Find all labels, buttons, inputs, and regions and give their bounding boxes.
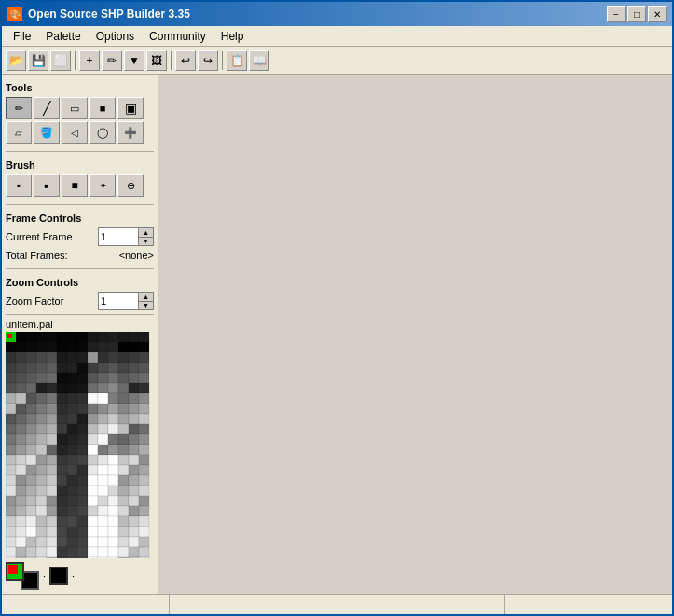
brush-small[interactable]: ■ — [34, 174, 60, 197]
current-frame-arrows: ▲ ▼ — [138, 228, 153, 245]
menu-options[interactable]: Options — [89, 28, 142, 44]
tools-section-title: Tools — [6, 82, 154, 93]
status-panel-3 — [337, 595, 505, 614]
zoom-factor-arrows: ▲ ▼ — [138, 293, 153, 309]
status-panel-2 — [170, 595, 337, 614]
zoom-factor-spinbox[interactable]: ▲ ▼ — [98, 292, 154, 310]
tool-solid-rect[interactable]: ■ — [89, 97, 116, 119]
close-button[interactable]: ✕ — [648, 6, 667, 22]
menu-bar: File Palette Options Community Help — [2, 26, 672, 47]
toolbar-sep-3 — [222, 51, 223, 70]
tool-rect[interactable]: ▭ — [62, 97, 88, 119]
frame-controls-title: Frame Controls — [6, 212, 154, 224]
zoom-factor-input[interactable] — [99, 293, 138, 309]
toolbar-open[interactable]: 📂 — [6, 50, 26, 71]
total-frames-row: Total Frames: <none> — [6, 250, 154, 261]
tool-bucket[interactable]: 🪣 — [34, 121, 60, 144]
tools-grid: ✏ ╱ ▭ ■ ▣ ▱ 🪣 ◁ ◯ ➕ — [6, 97, 154, 144]
tool-eye[interactable]: ◁ — [62, 121, 88, 144]
menu-community[interactable]: Community — [142, 28, 213, 44]
title-bar: 🎨 Open Source SHP Builder 3.35 − □ ✕ — [2, 2, 672, 26]
toolbar-add[interactable]: + — [79, 50, 100, 71]
status-panel-4 — [505, 595, 672, 614]
current-frame-down[interactable]: ▼ — [139, 238, 153, 246]
tool-eraser[interactable]: ▱ — [6, 121, 32, 144]
menu-palette[interactable]: Palette — [38, 28, 88, 44]
current-frame-spinbox[interactable]: ▲ ▼ — [98, 227, 154, 246]
current-frame-input[interactable] — [99, 228, 138, 245]
minimize-button[interactable]: − — [607, 6, 626, 22]
title-buttons: − □ ✕ — [607, 6, 667, 22]
selected-colors: · · — [6, 562, 154, 590]
palette-filename: unitem.pal — [6, 319, 154, 330]
color-selector — [6, 562, 39, 590]
toolbar-sep-1 — [75, 51, 76, 70]
zoom-factor-down[interactable]: ▼ — [139, 302, 153, 310]
palette-canvas[interactable] — [6, 332, 153, 558]
canvas-area[interactable] — [158, 75, 672, 594]
app-icon: 🎨 — [7, 7, 22, 21]
maximize-button[interactable]: □ — [627, 6, 646, 22]
main-area: Tools ✏ ╱ ▭ ■ ▣ ▱ 🪣 ◁ ◯ ➕ Brush ■ ■ — [2, 75, 672, 594]
canvas-inner — [166, 82, 665, 586]
brush-medium[interactable]: ■ — [62, 174, 88, 197]
bg-only-swatch[interactable] — [49, 567, 68, 585]
total-frames-value: <none> — [116, 250, 154, 261]
left-panel: Tools ✏ ╱ ▭ ■ ▣ ▱ 🪣 ◁ ◯ ➕ Brush ■ ■ — [2, 75, 158, 594]
toolbar-paste[interactable]: 📋 — [227, 50, 247, 71]
tools-divider — [6, 151, 154, 152]
brush-special[interactable]: ⊕ — [117, 174, 144, 197]
palette-area[interactable] — [6, 332, 154, 558]
color-separator2: · — [72, 570, 75, 582]
brush-tiny[interactable]: ■ — [6, 174, 32, 197]
tool-pencil[interactable]: ✏ — [6, 97, 32, 119]
menu-help[interactable]: Help — [213, 28, 252, 44]
toolbar: 📂 💾 ⬜ + ✏ ▼ 🖼 ↩ ↪ 📋 📖 — [2, 47, 672, 75]
window-title: Open Source SHP Builder 3.35 — [28, 7, 190, 21]
toolbar-info[interactable]: 📖 — [249, 50, 269, 71]
main-window: 🎨 Open Source SHP Builder 3.35 − □ ✕ Fil… — [0, 0, 674, 616]
tool-circle[interactable]: ◯ — [89, 121, 116, 144]
small-indicator — [8, 565, 18, 574]
zoom-controls-title: Zoom Controls — [6, 277, 154, 288]
toolbar-frame[interactable]: 🖼 — [146, 50, 167, 71]
toolbar-new[interactable]: ⬜ — [50, 50, 71, 71]
frame-controls: Current Frame ▲ ▼ Total Frames: <none> — [6, 227, 154, 261]
zoom-factor-label: Zoom Factor — [6, 295, 63, 307]
current-frame-row: Current Frame ▲ ▼ — [6, 227, 154, 246]
brush-cross[interactable]: ✦ — [89, 174, 116, 197]
title-bar-left: 🎨 Open Source SHP Builder 3.35 — [7, 7, 190, 21]
brush-section-title: Brush — [6, 159, 154, 171]
toolbar-draw[interactable]: ✏ — [102, 50, 122, 71]
tool-cross[interactable]: ➕ — [117, 121, 144, 144]
tool-line[interactable]: ╱ — [34, 97, 60, 119]
current-frame-label: Current Frame — [6, 231, 73, 242]
status-panel-1 — [2, 595, 170, 614]
brush-grid: ■ ■ ■ ✦ ⊕ — [6, 174, 154, 197]
toolbar-dropdown[interactable]: ▼ — [124, 50, 144, 71]
fg-color-swatch[interactable] — [6, 562, 24, 581]
frame-divider — [6, 268, 154, 269]
toolbar-redo[interactable]: ↪ — [198, 50, 218, 71]
total-frames-label: Total Frames: — [6, 250, 68, 261]
current-frame-up[interactable]: ▲ — [139, 228, 153, 238]
status-bar — [2, 594, 672, 614]
zoom-divider — [6, 314, 154, 315]
toolbar-sep-2 — [171, 51, 172, 70]
toolbar-save[interactable]: 💾 — [28, 50, 48, 71]
tool-extra[interactable]: ▣ — [117, 97, 144, 119]
brush-divider — [6, 204, 154, 205]
zoom-factor-row: Zoom Factor ▲ ▼ — [6, 292, 154, 310]
toolbar-undo[interactable]: ↩ — [175, 50, 196, 71]
color-separator: · — [43, 570, 46, 582]
menu-file[interactable]: File — [6, 28, 38, 44]
zoom-factor-up[interactable]: ▲ — [139, 293, 153, 302]
